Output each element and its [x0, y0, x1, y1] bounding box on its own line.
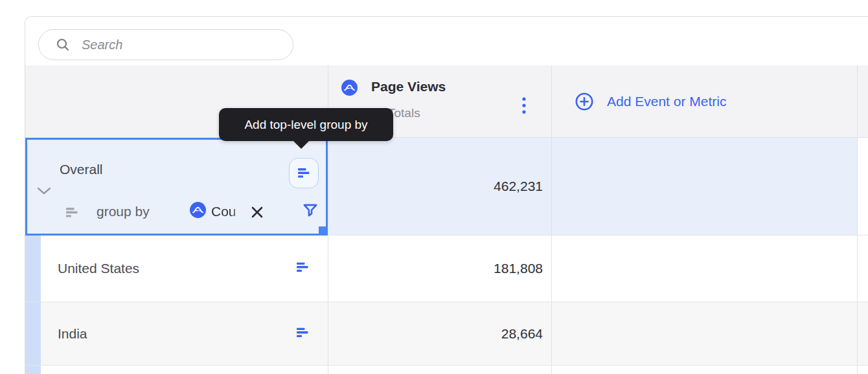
row-extra-cell [857, 302, 868, 365]
group-by-label: group by [97, 204, 150, 219]
amplitude-property-icon[interactable] [190, 202, 206, 221]
page: Page Views Totals A [0, 0, 868, 374]
overall-add-cell [551, 138, 857, 236]
filter-icon[interactable] [302, 202, 319, 221]
row-add-cell [551, 236, 857, 302]
group-indent-bar [25, 366, 41, 374]
tooltip-caret [293, 140, 310, 149]
group-by-row: group by Cou [27, 200, 326, 226]
circle-plus-icon [575, 93, 593, 111]
tooltip-text: Add top-level group by [244, 118, 367, 132]
search-input[interactable] [82, 38, 276, 52]
add-group-by-button[interactable] [289, 158, 319, 188]
add-event-or-metric-label: Add Event or Metric [607, 94, 726, 109]
search-row [25, 17, 868, 65]
header-cell-add: Add Event or Metric [551, 65, 857, 137]
row-name: United States [58, 261, 139, 276]
cell-value: 462,231 [494, 179, 543, 194]
search-icon [56, 38, 70, 52]
group-indent-bar [25, 302, 41, 365]
overall-value-cell: 462,231 [328, 138, 551, 236]
row-value-cell: 181,808 [328, 236, 551, 302]
table-row-overall: Overall g [25, 138, 868, 236]
chevron-down-icon[interactable] [37, 186, 51, 198]
tooltip-add-top-level-group-by: Add top-level group by [219, 108, 393, 141]
cell-value: 28,664 [501, 326, 543, 342]
search-input-wrapper[interactable] [38, 29, 293, 60]
group-by-chip-label[interactable]: Cou [211, 204, 246, 219]
metric-title: Page Views [371, 79, 446, 94]
table-row-united-states[interactable]: United States 181,808 [25, 236, 868, 302]
group-indent-bar [25, 236, 41, 302]
amplitude-event-icon [341, 80, 358, 98]
row-name-cell: United States [25, 236, 328, 302]
row-name-cell: India [25, 302, 328, 365]
selection-resize-handle[interactable] [319, 226, 326, 234]
row-extra-cell [857, 366, 868, 374]
data-table-panel: Page Views Totals A [25, 16, 868, 374]
close-icon[interactable] [250, 205, 264, 222]
table-header-row: Page Views Totals A [25, 65, 868, 138]
header-cell-extra [857, 65, 868, 137]
row-name: India [58, 326, 87, 342]
row-add-cell [551, 366, 857, 374]
row-add-cell [551, 302, 857, 365]
overall-name-cell[interactable]: Overall g [25, 138, 328, 236]
row-name-cell [25, 366, 328, 374]
kebab-menu-icon[interactable] [521, 96, 527, 117]
group-by-icon [298, 168, 310, 178]
overall-extra-cell [857, 138, 868, 236]
group-by-icon[interactable] [297, 327, 309, 340]
add-event-or-metric-button[interactable]: Add Event or Metric [575, 65, 726, 138]
row-value-cell: 28,664 [328, 302, 551, 365]
table-row-partial [25, 366, 868, 374]
group-by-icon[interactable] [297, 263, 309, 275]
row-name: Overall [60, 162, 103, 177]
table-row-india[interactable]: India 28,664 [25, 302, 868, 366]
row-extra-cell [857, 236, 868, 302]
cell-value: 181,808 [494, 261, 543, 276]
group-by-icon [66, 208, 78, 220]
row-value-cell [328, 366, 551, 374]
